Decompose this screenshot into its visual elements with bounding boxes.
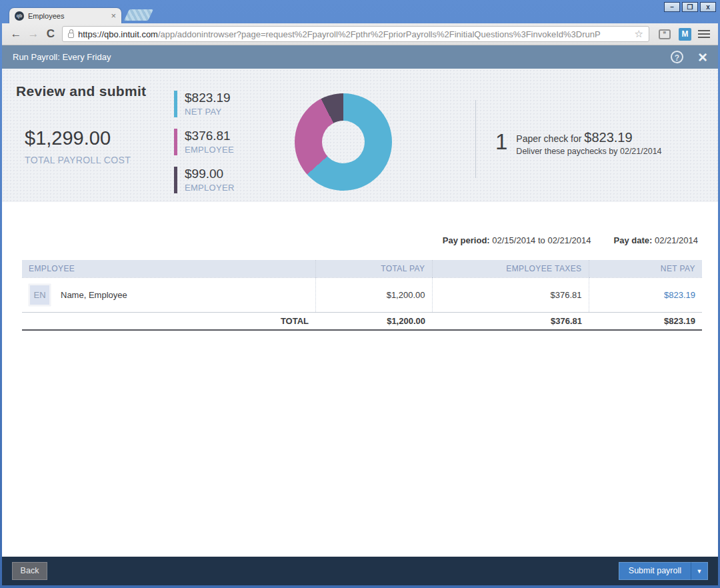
deliver-by-text: Deliver these paychecks by 02/21/2014: [516, 147, 661, 156]
bookmark-star-icon[interactable]: ☆: [635, 28, 643, 40]
browser-window: qb Employees × – ❐ x ← → C https://qbo.i…: [0, 0, 720, 588]
total-row-employee-taxes: $376.81: [432, 312, 589, 330]
https-lock-icon: [68, 33, 74, 38]
new-tab-button[interactable]: [124, 9, 153, 21]
employer-label: EMPLOYER: [185, 183, 235, 193]
total-amount: $1,299.00: [25, 127, 131, 149]
back-nav-icon[interactable]: ←: [7, 27, 25, 41]
forward-nav-icon: →: [25, 27, 42, 41]
pay-date: Pay date: 02/21/2014: [613, 235, 698, 245]
window-maximize-button[interactable]: ❐: [682, 2, 698, 12]
vertical-divider: [475, 100, 476, 178]
chart-legend: $823.19 NET PAY $376.81 EMPLOYEE $99.00: [174, 91, 235, 205]
legend-item-employer: $99.00 EMPLOYER: [174, 167, 235, 193]
paper-check-line: Paper check for $823.19: [516, 130, 661, 145]
net-pay-label: NET PAY: [185, 107, 231, 117]
paper-check-summary: 1 Paper check for $823.19 Deliver these …: [495, 130, 662, 156]
total-label: TOTAL PAYROLL COST: [25, 155, 131, 165]
paycheck-count: 1: [495, 130, 507, 156]
net-pay-amount: $823.19: [185, 91, 231, 105]
table-row[interactable]: EN Name, Employee $1,200.00 $376.81 $823…: [22, 277, 702, 312]
page-title: Run Payroll: Every Friday: [13, 52, 111, 62]
app-viewport: Run Payroll: Every Friday ? × Review and…: [2, 45, 718, 585]
chat-extension-icon[interactable]: ❞: [659, 29, 671, 39]
net-pay-color-bar: [174, 91, 177, 117]
total-row-net-pay: $823.19: [589, 312, 702, 330]
qbo-favicon-icon: qb: [15, 11, 24, 21]
legend-item-employee: $376.81 EMPLOYEE: [174, 129, 235, 155]
employee-color-bar: [174, 129, 177, 155]
back-button[interactable]: Back: [12, 562, 47, 580]
summary-section: Review and submit $1,299.00 TOTAL PAYROL…: [2, 69, 718, 202]
cell-employee-taxes: $376.81: [432, 277, 589, 312]
url-path: /app/addonintrowser?page=request%2Fpayro…: [158, 29, 632, 39]
pay-period: Pay period: 02/15/2014 to 02/21/2014: [443, 235, 591, 245]
col-employee[interactable]: EMPLOYEE: [22, 260, 315, 277]
submit-dropdown-icon[interactable]: ▼: [691, 562, 708, 580]
url-bar[interactable]: https://qbo.intuit.com /app/addonintrows…: [62, 26, 649, 42]
payroll-donut-chart: [295, 93, 392, 191]
pay-info-row: Pay period: 02/15/2014 to 02/21/2014 Pay…: [2, 235, 698, 245]
employee-avatar: EN: [29, 284, 51, 306]
m-extension-icon[interactable]: M: [679, 28, 691, 41]
cell-total-pay: $1,200.00: [315, 277, 432, 312]
employer-amount: $99.00: [185, 167, 235, 181]
total-row-total-pay: $1,200.00: [315, 312, 432, 330]
tab-strip: qb Employees × – ❐ x: [0, 0, 720, 23]
employee-name: Name, Employee: [61, 290, 127, 300]
total-row-label: TOTAL: [22, 312, 315, 330]
total-payroll-cost: $1,299.00 TOTAL PAYROLL COST: [25, 127, 131, 165]
browser-tab-employees[interactable]: qb Employees ×: [9, 8, 121, 23]
close-icon[interactable]: ×: [698, 51, 707, 64]
reload-icon[interactable]: C: [42, 27, 59, 41]
table-header-row: EMPLOYEE TOTAL PAY EMPLOYEE TAXES NET PA…: [22, 260, 702, 277]
help-icon[interactable]: ?: [671, 51, 683, 63]
payroll-header: Run Payroll: Every Friday ? ×: [2, 45, 718, 69]
table-total-row: TOTAL $1,200.00 $376.81 $823.19: [22, 312, 702, 330]
submit-payroll-button[interactable]: Submit payroll: [619, 562, 691, 580]
employee-amount: $376.81: [185, 129, 234, 143]
window-minimize-button[interactable]: –: [664, 2, 680, 12]
legend-item-net-pay: $823.19 NET PAY: [174, 91, 235, 117]
paper-check-amount: $823.19: [584, 130, 632, 145]
col-net-pay[interactable]: NET PAY: [589, 260, 702, 277]
tab-title: Employees: [28, 12, 111, 20]
employer-color-bar: [174, 167, 177, 193]
window-close-button[interactable]: x: [700, 2, 716, 12]
footer-bar: Back Submit payroll ▼: [2, 557, 718, 585]
chrome-menu-icon[interactable]: [698, 28, 710, 40]
col-total-pay[interactable]: TOTAL PAY: [315, 260, 432, 277]
section-title: Review and submit: [16, 83, 146, 99]
net-pay-link[interactable]: $823.19: [664, 290, 695, 300]
browser-toolbar: ← → C https://qbo.intuit.com /app/addoni…: [2, 23, 718, 45]
url-domain: https://qbo.intuit.com: [78, 29, 158, 39]
payroll-table: EMPLOYEE TOTAL PAY EMPLOYEE TAXES NET PA…: [22, 260, 702, 331]
employee-label: EMPLOYEE: [185, 145, 234, 155]
tab-close-icon[interactable]: ×: [111, 11, 116, 20]
col-employee-taxes[interactable]: EMPLOYEE TAXES: [432, 260, 589, 277]
